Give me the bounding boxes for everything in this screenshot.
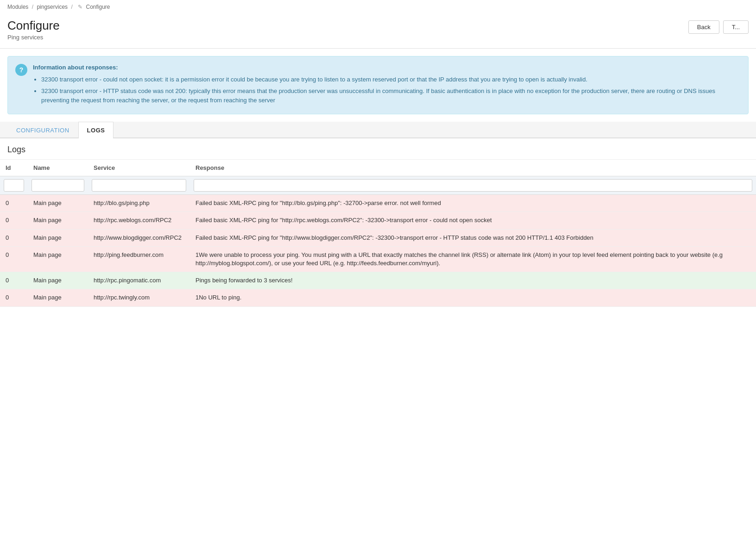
info-icon: ?	[15, 64, 27, 76]
info-box-title: Information about responses:	[33, 63, 741, 72]
col-header-id: Id	[0, 160, 28, 176]
cell-service: http://rpc.twingly.com	[88, 289, 190, 306]
cell-name: Main page	[28, 212, 88, 229]
page-header-actions: Back T...	[688, 20, 749, 34]
info-item-2: 32300 transport error - HTTP status code…	[41, 87, 741, 105]
logs-table-wrapper: Id Name Service Response	[0, 160, 756, 306]
cell-response: 1We were unable to process your ping. Yo…	[190, 246, 756, 272]
cell-name: Main page	[28, 289, 88, 306]
filter-response-cell	[190, 176, 756, 195]
page-header-left: Configure Ping services	[7, 19, 60, 41]
cell-name: Main page	[28, 272, 88, 289]
breadcrumb-pingservices[interactable]: pingservices	[37, 4, 68, 10]
cell-response: Pings being forwarded to 3 services!	[190, 272, 756, 289]
cell-response: Failed basic XML-RPC ping for "http://bl…	[190, 195, 756, 212]
filter-name-input[interactable]	[32, 179, 84, 192]
cell-id: 0	[0, 229, 28, 246]
table-row: 0Main pagehttp://rpc.weblogs.com/RPC2Fai…	[0, 212, 756, 229]
cell-response: Failed basic XML-RPC ping for "http://rp…	[190, 212, 756, 229]
table-row: 0Main pagehttp://rpc.pingomatic.comPings…	[0, 272, 756, 289]
table-row: 0Main pagehttp://www.blogdigger.com/RPC2…	[0, 229, 756, 246]
cell-id: 0	[0, 212, 28, 229]
table-row: 0Main pagehttp://ping.feedburner.com1We …	[0, 246, 756, 272]
cell-id: 0	[0, 289, 28, 306]
breadcrumb-icon: ✎	[78, 4, 82, 10]
filter-name-cell	[28, 176, 88, 195]
breadcrumb: Modules / pingservices / ✎ Configure	[0, 0, 756, 14]
logs-table: Id Name Service Response	[0, 160, 756, 306]
info-box-content: Information about responses: 32300 trans…	[33, 63, 741, 107]
col-header-service: Service	[88, 160, 190, 176]
cell-id: 0	[0, 246, 28, 272]
breadcrumb-configure[interactable]: Configure	[86, 4, 110, 10]
cell-id: 0	[0, 272, 28, 289]
filter-id-cell	[0, 176, 28, 195]
logs-tbody: 0Main pagehttp://blo.gs/ping.phpFailed b…	[0, 195, 756, 306]
col-header-name: Name	[28, 160, 88, 176]
logs-section: Logs Id Name Service Response	[0, 138, 756, 306]
filter-row	[0, 176, 756, 195]
page-title: Configure	[7, 19, 60, 33]
truncated-button[interactable]: T...	[723, 20, 749, 34]
tab-configuration[interactable]: CONFIGURATION	[7, 122, 78, 138]
cell-response: 1No URL to ping.	[190, 289, 756, 306]
cell-service: http://ping.feedburner.com	[88, 246, 190, 272]
cell-name: Main page	[28, 195, 88, 212]
cell-service: http://rpc.pingomatic.com	[88, 272, 190, 289]
cell-id: 0	[0, 195, 28, 212]
cell-name: Main page	[28, 246, 88, 272]
tab-logs[interactable]: LOGS	[78, 122, 114, 138]
cell-service: http://rpc.weblogs.com/RPC2	[88, 212, 190, 229]
cell-response: Failed basic XML-RPC ping for "http://ww…	[190, 229, 756, 246]
filter-service-input[interactable]	[92, 179, 186, 192]
info-item-1: 32300 transport error - could not open s…	[41, 75, 741, 84]
back-button[interactable]: Back	[688, 20, 719, 34]
info-box: ? Information about responses: 32300 tra…	[7, 56, 749, 114]
tabs: CONFIGURATION LOGS	[0, 122, 756, 138]
filter-response-input[interactable]	[194, 179, 752, 192]
info-box-list: 32300 transport error - could not open s…	[33, 75, 741, 105]
page-subtitle: Ping services	[7, 34, 60, 41]
table-row: 0Main pagehttp://rpc.twingly.com1No URL …	[0, 289, 756, 306]
filter-service-cell	[88, 176, 190, 195]
cell-service: http://blo.gs/ping.php	[88, 195, 190, 212]
logs-section-title: Logs	[0, 138, 756, 160]
table-header-row: Id Name Service Response	[0, 160, 756, 176]
filter-id-input[interactable]	[4, 179, 24, 192]
cell-service: http://www.blogdigger.com/RPC2	[88, 229, 190, 246]
page-header: Configure Ping services Back T...	[0, 14, 756, 49]
cell-name: Main page	[28, 229, 88, 246]
breadcrumb-modules[interactable]: Modules	[7, 4, 28, 10]
table-row: 0Main pagehttp://blo.gs/ping.phpFailed b…	[0, 195, 756, 212]
col-header-response: Response	[190, 160, 756, 176]
